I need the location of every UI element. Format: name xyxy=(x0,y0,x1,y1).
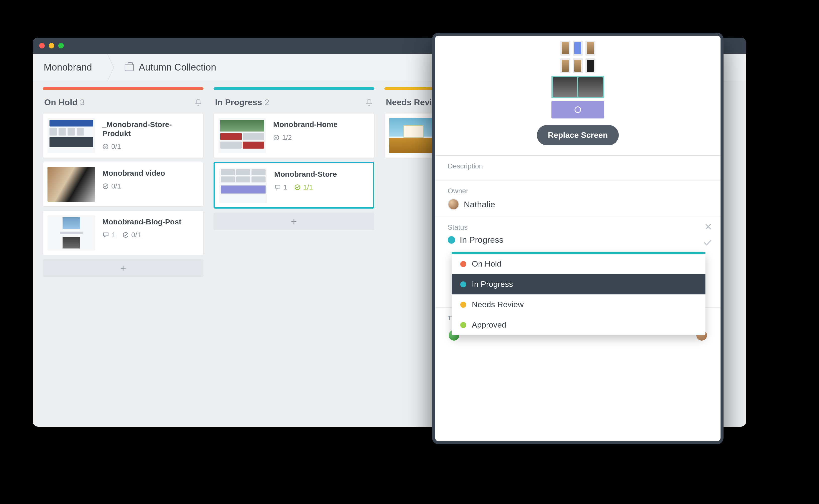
card-meta: 0/1 xyxy=(102,143,197,151)
card-meta: 0/1 xyxy=(102,182,165,190)
briefcase-icon xyxy=(125,64,134,71)
description-label: Description xyxy=(448,162,708,170)
card-title: _Monobrand-Store-Produkt xyxy=(102,120,197,138)
status-dropdown: On Hold In Progress Needs Review Approve… xyxy=(452,252,706,335)
card-title: Monobrand video xyxy=(102,169,165,178)
close-icon[interactable] xyxy=(705,223,712,230)
status-option-dot xyxy=(460,261,466,267)
cards-list: _Monobrand-Store-Produkt 0/1 Monobrand v… xyxy=(43,113,203,277)
card-meta: 1/2 xyxy=(273,134,338,142)
column-hold: On Hold3 _Monobrand-Store-Produkt 0/1 Mo… xyxy=(43,87,203,421)
card-title: Monobrand-Home xyxy=(273,120,338,129)
breadcrumb-project[interactable]: Monobrand xyxy=(33,54,107,81)
status-option-dot xyxy=(460,302,466,308)
description-section[interactable]: Description xyxy=(435,155,721,180)
column-color-bar xyxy=(214,87,374,90)
owner-section: Owner Nathalie xyxy=(435,180,721,217)
status-option-label: On Hold xyxy=(472,259,501,269)
column-title: On Hold3 xyxy=(44,97,85,107)
column-prog: In Progress2 Monobrand-Home 1/2 xyxy=(214,87,374,421)
card-meta: 1 0/1 xyxy=(102,231,181,239)
add-card-button[interactable]: + xyxy=(43,259,203,277)
cards-list: Monobrand-Home 1/2 Monobrand-Store 1 1/1… xyxy=(214,113,374,230)
status-color-dot xyxy=(448,236,455,244)
status-section: Status In Progress On Hold In Progress N… xyxy=(435,217,721,252)
card-title: Monobrand-Store xyxy=(274,170,337,179)
status-option-label: Needs Review xyxy=(472,300,523,309)
card[interactable]: Monobrand-Store 1 1/1 xyxy=(214,162,374,209)
card-title: Monobrand-Blog-Post xyxy=(102,217,181,226)
replace-screen-button[interactable]: Replace Screen xyxy=(537,125,619,145)
status-label: Status xyxy=(448,223,708,231)
screen-preview-zone: Replace Screen xyxy=(435,36,721,155)
card[interactable]: Monobrand video 0/1 xyxy=(43,162,203,207)
card[interactable]: _Monobrand-Store-Produkt 0/1 xyxy=(43,113,203,158)
card-meta: 1 1/1 xyxy=(274,183,337,191)
status-option-label: In Progress xyxy=(472,280,513,289)
owner-label: Owner xyxy=(448,187,708,195)
window-zoom-dot[interactable] xyxy=(58,43,64,48)
owner-avatar xyxy=(448,199,459,210)
column-title: In Progress2 xyxy=(215,97,269,107)
add-card-button[interactable]: + xyxy=(214,213,374,230)
status-option[interactable]: Needs Review xyxy=(452,294,706,315)
owner-name: Nathalie xyxy=(464,200,495,209)
bell-icon[interactable] xyxy=(365,99,373,106)
column-header: On Hold3 xyxy=(43,97,203,113)
window-minimize-dot[interactable] xyxy=(49,43,54,48)
status-current[interactable]: In Progress xyxy=(448,235,708,245)
window-close-dot[interactable] xyxy=(39,43,45,48)
status-option-dot xyxy=(460,281,466,287)
screen-preview xyxy=(551,41,604,118)
breadcrumb-collection[interactable]: Autumn Collection xyxy=(107,62,216,73)
status-option-label: Approved xyxy=(472,320,506,330)
status-option[interactable]: Approved xyxy=(452,315,706,335)
card[interactable]: Monobrand-Home 1/2 xyxy=(214,113,374,158)
status-option[interactable]: In Progress xyxy=(452,274,706,294)
status-option-dot xyxy=(460,322,466,328)
detail-panel: Replace Screen Description Owner Nathali… xyxy=(432,33,724,444)
owner-row[interactable]: Nathalie xyxy=(448,199,708,210)
status-name: In Progress xyxy=(460,235,503,245)
breadcrumb-collection-label: Autumn Collection xyxy=(139,62,216,73)
confirm-check-icon[interactable] xyxy=(704,239,712,246)
column-header: In Progress2 xyxy=(214,97,374,113)
bell-icon[interactable] xyxy=(194,99,202,106)
card[interactable]: Monobrand-Blog-Post 1 0/1 xyxy=(43,211,203,255)
column-color-bar xyxy=(43,87,203,90)
status-option[interactable]: On Hold xyxy=(452,254,706,274)
